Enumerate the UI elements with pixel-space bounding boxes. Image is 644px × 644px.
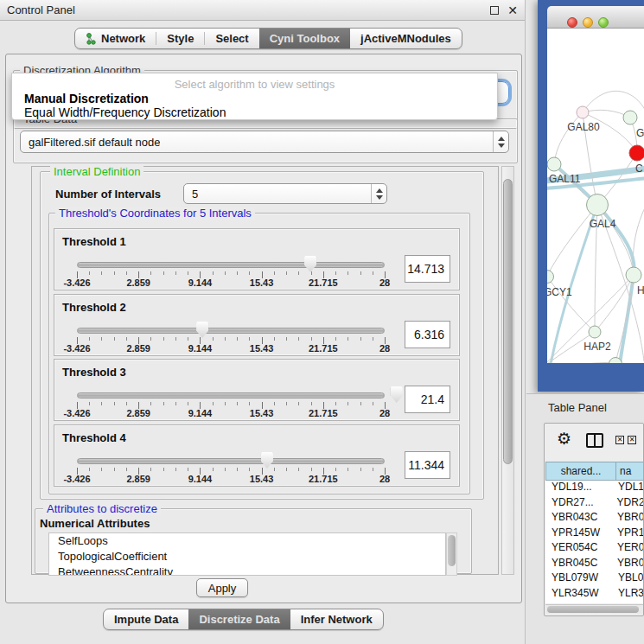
horizontal-scrollbar[interactable] [545, 604, 644, 614]
tab-select[interactable]: Select [205, 29, 258, 48]
threshold-slider-handle[interactable] [261, 452, 273, 469]
threshold-slider-handle[interactable] [391, 386, 403, 403]
node-label-clipped: G [636, 127, 644, 139]
threshold-value-field[interactable]: 6.316 [405, 321, 450, 348]
threshold-label: Threshold 1 [62, 235, 126, 248]
table-row[interactable]: YIL052CYIL0 [545, 602, 644, 603]
table-row[interactable]: YBL079WYBL0 [545, 571, 644, 587]
node-red-selected[interactable] [629, 145, 644, 162]
threshold-slider-handle[interactable] [304, 256, 316, 272]
node-label-hap2: HAP2 [583, 341, 610, 353]
column-header-shared[interactable]: shared... [545, 462, 616, 481]
float-window-icon[interactable] [490, 6, 499, 15]
list-item[interactable]: SelfLoops [49, 533, 445, 549]
table-panel: Table Panel ⚙ ✕ ✕ shared... na YDL19...Y… [526, 393, 644, 644]
tab-style[interactable]: Style [156, 29, 204, 48]
threshold-value-field[interactable]: 21.4 [405, 386, 450, 413]
table-header-row: shared... na [545, 462, 644, 481]
list-item[interactable]: TopologicalCoefficient [49, 549, 445, 564]
checkbox-icon[interactable]: ✕ [615, 436, 624, 444]
slider-scale-labels: -3.4262.8599.14415.4321.71528 [77, 277, 385, 289]
number-of-intervals-combobox[interactable]: 5 [183, 183, 387, 204]
node[interactable] [626, 267, 642, 284]
threshold-slider-track[interactable] [77, 328, 385, 334]
close-traffic-icon[interactable] [567, 17, 577, 28]
threshold-label: Threshold 2 [62, 301, 126, 314]
node-label-gal11: GAL11 [549, 173, 580, 185]
network-window-titlebar [547, 6, 644, 29]
table-row[interactable]: YDL19...YDL1 [545, 481, 644, 496]
node-gal4[interactable] [586, 194, 609, 216]
tab-jactivemnodules[interactable]: jActiveMNodules [350, 29, 462, 48]
tab-impute-data[interactable]: Impute Data [104, 609, 188, 629]
checkbox-icon[interactable]: ✕ [628, 436, 636, 444]
list-item[interactable]: BetweennessCentrality [49, 564, 445, 576]
slider-scale-labels: -3.4262.8599.14415.4321.71528 [77, 408, 385, 419]
node-gal11[interactable] [547, 157, 562, 172]
control-panel-tabs: Network Style Select Cyni Toolbox jActiv… [74, 28, 462, 49]
node-label-gcy1: GCY1 [547, 286, 572, 298]
table-data-value: galFiltered.sif default node [21, 136, 160, 149]
node-label-gal80: GAL80 [567, 121, 599, 133]
combo-spinner-icon[interactable] [493, 131, 508, 152]
node-label-clipped: C [635, 163, 643, 175]
tab-network[interactable]: Network [75, 29, 156, 48]
table-row[interactable]: YDR27...YDR2 [545, 496, 644, 512]
threshold-value-field[interactable]: 11.344 [405, 451, 450, 479]
tab-cyni-toolbox[interactable]: Cyni Toolbox [259, 29, 350, 48]
network-canvas[interactable]: GAL80 G C GAL11 GAL4 GCY1 H HAP2 [547, 29, 644, 363]
list-scrollbar-thumb[interactable] [448, 535, 456, 566]
dropdown-hint: Select algorithm to view settings [12, 78, 497, 91]
window-title: Control Panel [7, 3, 75, 16]
control-panel-titlebar: Control Panel ✕ [0, 0, 525, 21]
apply-button[interactable]: Apply [196, 578, 248, 597]
minimize-traffic-icon[interactable] [583, 17, 593, 28]
split-columns-icon[interactable] [586, 433, 603, 448]
table-rows: YDL19...YDL1 YDR27...YDR2 YBR043CYBR0 YP… [545, 481, 644, 603]
table-row[interactable]: YBR043CYBR0 [545, 511, 644, 526]
network-window: GAL80 G C GAL11 GAL4 GCY1 H HAP2 [538, 0, 644, 392]
threshold-block: Threshold 4 -3.4262.8599.14415.4321.7152… [54, 424, 460, 487]
thresholds-group-title: Threshold's Coordinates for 5 Intervals [55, 207, 255, 220]
node[interactable] [623, 111, 638, 125]
node-gal80[interactable] [577, 106, 590, 119]
table-row[interactable]: YBR045CYBR0 [545, 557, 644, 572]
zoom-traffic-icon[interactable] [598, 17, 609, 28]
bottom-tabs: Impute Data Discretize Data Infer Networ… [103, 609, 384, 630]
numerical-attributes-label: Numerical Attributes [40, 517, 150, 530]
combo-spinner-icon[interactable] [371, 184, 386, 203]
panel-scrollbar-thumb[interactable] [503, 179, 513, 464]
threshold-label: Threshold 4 [62, 431, 126, 444]
threshold-slider-track[interactable] [77, 392, 385, 399]
tab-infer-network[interactable]: Infer Network [290, 609, 383, 629]
close-icon[interactable]: ✕ [507, 6, 518, 15]
node-label-gal4: GAL4 [590, 218, 616, 230]
dropdown-option-equal-width[interactable]: Equal Width/Frequency Discretization [24, 105, 226, 119]
number-of-intervals-label: Number of Intervals [55, 188, 161, 201]
threshold-slider-track[interactable] [77, 262, 385, 268]
column-header-name[interactable]: na [616, 462, 644, 481]
panel-scrollbar[interactable] [501, 166, 514, 575]
numerical-attributes-list[interactable]: SelfLoops TopologicalCoefficient Between… [48, 532, 446, 576]
threshold-block: Threshold 2 -3.4262.8599.14415.4321.7152… [54, 294, 460, 356]
slider-scale-labels: -3.4262.8599.14415.4321.71528 [77, 474, 385, 485]
dropdown-option-manual[interactable]: Manual Discretization [24, 92, 149, 105]
table-panel-title: Table Panel [548, 401, 607, 414]
interval-definition-title: Interval Definition [50, 165, 143, 178]
slider-scale-labels: -3.4262.8599.14415.4321.71528 [77, 343, 385, 354]
threshold-value-field[interactable]: 14.713 [405, 255, 450, 283]
node-hap2[interactable] [589, 326, 602, 339]
threshold-slider-track[interactable] [77, 458, 385, 464]
node-label-clipped: H [637, 284, 644, 296]
gear-icon[interactable]: ⚙ [557, 430, 571, 447]
table-row[interactable]: YLR345WYLR3 [545, 587, 644, 603]
threshold-label: Threshold 3 [62, 366, 126, 379]
table-data-combobox[interactable]: galFiltered.sif default node [20, 131, 509, 153]
horizontal-scrollbar-thumb[interactable] [547, 606, 639, 613]
table-panel-box: ⚙ ✕ ✕ shared... na YDL19...YDL1 YDR27...… [544, 423, 644, 616]
threshold-slider-handle[interactable] [196, 322, 208, 338]
table-row[interactable]: YPR145WYPR1 [545, 526, 644, 542]
tab-discretize-data[interactable]: Discretize Data [188, 609, 290, 629]
table-row[interactable]: YER054CYER0 [545, 541, 644, 557]
list-scrollbar[interactable] [446, 532, 457, 576]
